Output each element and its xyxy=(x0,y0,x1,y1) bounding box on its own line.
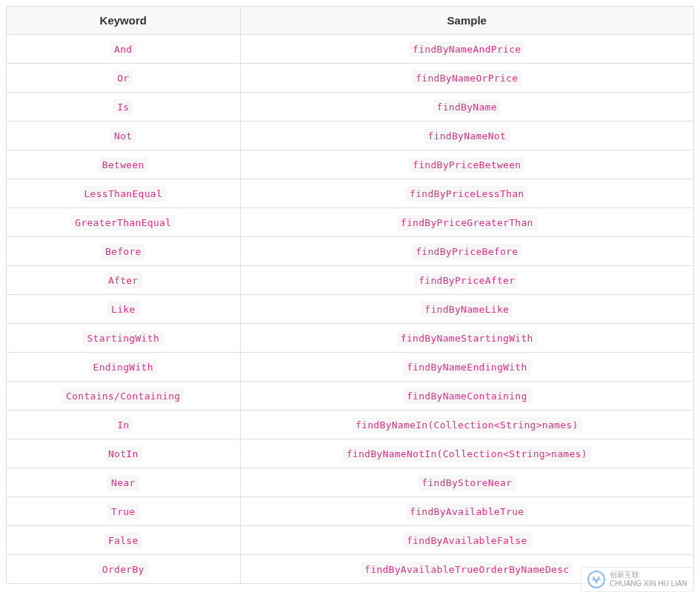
sample-cell: findByStoreNear xyxy=(240,468,693,497)
keyword-cell: And xyxy=(7,35,241,64)
keyword-code: After xyxy=(104,273,142,288)
sample-cell: findByName xyxy=(240,93,693,122)
keyword-code: OrderBy xyxy=(99,562,148,577)
keyword-cell: NotIn xyxy=(7,439,241,468)
table-row: Contains/Containing findByNameContaining xyxy=(7,382,694,411)
table-header-row: Keyword Sample xyxy=(7,7,694,35)
sample-code: findByAvailableFalse xyxy=(403,533,531,548)
header-sample: Sample xyxy=(240,7,693,35)
sample-code: findByNameContaining xyxy=(403,388,531,404)
header-keyword: Keyword xyxy=(7,7,241,35)
sample-cell: findByNameContaining xyxy=(240,382,693,411)
sample-code: findByNameStartingWith xyxy=(397,330,537,346)
table-row: EndingWith findByNameEndingWith xyxy=(7,353,694,382)
keyword-code: Contains/Containing xyxy=(62,388,184,404)
sample-code: findByNameNotIn(Collection<String>names) xyxy=(343,446,591,462)
sample-code: findByPriceBetween xyxy=(409,157,524,173)
table-row: Is findByName xyxy=(7,93,694,122)
keyword-cell: After xyxy=(7,266,241,295)
table-row: Before findByPriceBefore xyxy=(7,237,694,266)
sample-cell: findByPriceBefore xyxy=(240,237,693,266)
keyword-cell: In xyxy=(7,411,241,439)
sample-code: findByAvailableTrueOrderByNameDesc xyxy=(361,562,573,577)
keyword-code: And xyxy=(110,41,136,57)
sample-cell: findByPriceLessThan xyxy=(240,179,693,208)
watermark-logo-icon xyxy=(587,571,605,588)
keyword-cell: Near xyxy=(7,468,241,497)
keyword-code: StartingWith xyxy=(83,330,163,346)
sample-code: findByNameOrPrice xyxy=(412,70,521,86)
watermark-line1: 创新互联 xyxy=(610,571,687,579)
sample-cell: findByNameOrPrice xyxy=(240,64,693,93)
sample-cell: findByPriceAfter xyxy=(240,266,693,295)
table-row: Not findByNameNot xyxy=(7,122,694,150)
sample-code: findByNameNot xyxy=(424,128,510,144)
sample-cell: findByNameAndPrice xyxy=(240,35,693,64)
table-row: And findByNameAndPrice xyxy=(7,35,694,64)
keyword-code: Like xyxy=(107,302,139,317)
table-body: And findByNameAndPrice Or findByNameOrPr… xyxy=(7,35,694,584)
keyword-code: NotIn xyxy=(104,446,142,462)
keyword-cell: LessThanEqual xyxy=(7,179,241,208)
keyword-code: False xyxy=(104,533,142,548)
sample-code: findByPriceBefore xyxy=(412,244,521,259)
table-row: In findByNameIn(Collection<String>names) xyxy=(7,411,694,439)
sample-code: findByNameEndingWith xyxy=(403,359,531,375)
sample-cell: findByNameNotIn(Collection<String>names) xyxy=(240,439,693,468)
keyword-table-container: Keyword Sample And findByNameAndPrice Or… xyxy=(6,6,694,584)
keyword-cell: Is xyxy=(7,93,241,122)
sample-cell: findByNameLike xyxy=(240,295,693,324)
sample-cell: findByPriceBetween xyxy=(240,150,693,179)
table-row: Between findByPriceBetween xyxy=(7,150,694,179)
keyword-code: Or xyxy=(113,70,133,86)
sample-code: findByAvailableTrue xyxy=(406,504,527,519)
sample-code: findByPriceGreaterThan xyxy=(397,215,537,230)
sample-cell: findByPriceGreaterThan xyxy=(240,208,693,237)
keyword-code: In xyxy=(113,417,133,433)
sample-cell: findByNameEndingWith xyxy=(240,353,693,382)
keyword-cell: True xyxy=(7,497,241,526)
table-row: Near findByStoreNear xyxy=(7,468,694,497)
table-row: NotIn findByNameNotIn(Collection<String>… xyxy=(7,439,694,468)
sample-cell: findByAvailableTrue xyxy=(240,497,693,526)
keyword-cell: False xyxy=(7,526,241,555)
keyword-cell: Contains/Containing xyxy=(7,382,241,411)
sample-code: findByNameAndPrice xyxy=(409,41,524,57)
keyword-code: Between xyxy=(99,157,148,173)
keyword-cell: Like xyxy=(7,295,241,324)
keyword-cell: Or xyxy=(7,64,241,93)
table-row: False findByAvailableFalse xyxy=(7,526,694,555)
table-row: StartingWith findByNameStartingWith xyxy=(7,324,694,353)
table-row: GreaterThanEqual findByPriceGreaterThan xyxy=(7,208,694,237)
keyword-cell: Not xyxy=(7,122,241,150)
sample-code: findByStoreNear xyxy=(418,475,516,491)
sample-code: findByNameIn(Collection<String>names) xyxy=(352,417,582,433)
watermark: 创新互联 CHUANG XIN HU LIAN xyxy=(581,567,694,590)
table-row: Or findByNameOrPrice xyxy=(7,64,694,93)
sample-cell: findByNameNot xyxy=(240,122,693,150)
keyword-code: Before xyxy=(101,244,145,259)
keyword-code: Is xyxy=(113,99,133,115)
sample-code: findByName xyxy=(433,99,501,115)
sample-cell: findByNameIn(Collection<String>names) xyxy=(240,411,693,439)
watermark-line2: CHUANG XIN HU LIAN xyxy=(610,579,687,588)
sample-code: findByPriceAfter xyxy=(415,273,519,288)
keyword-cell: Before xyxy=(7,237,241,266)
table-row: True findByAvailableTrue xyxy=(7,497,694,526)
keyword-code: Near xyxy=(107,475,139,491)
keyword-cell: EndingWith xyxy=(7,353,241,382)
sample-cell: findByNameStartingWith xyxy=(240,324,693,353)
sample-code: findByNameLike xyxy=(421,302,513,317)
table-row: LessThanEqual findByPriceLessThan xyxy=(7,179,694,208)
watermark-text: 创新互联 CHUANG XIN HU LIAN xyxy=(610,571,687,588)
table-row: After findByPriceAfter xyxy=(7,266,694,295)
sample-cell: findByAvailableFalse xyxy=(240,526,693,555)
keyword-cell: OrderBy xyxy=(7,555,241,584)
keyword-code: True xyxy=(107,504,139,519)
keyword-code: EndingWith xyxy=(90,359,157,375)
keyword-table: Keyword Sample And findByNameAndPrice Or… xyxy=(6,6,694,584)
keyword-code: Not xyxy=(110,128,136,144)
table-row: Like findByNameLike xyxy=(7,295,694,324)
keyword-cell: StartingWith xyxy=(7,324,241,353)
sample-code: findByPriceLessThan xyxy=(406,186,527,202)
